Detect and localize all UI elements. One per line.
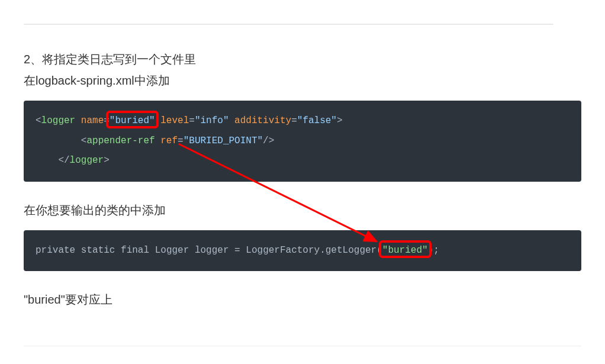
code-punct: <	[81, 136, 87, 146]
code-kw: static	[81, 245, 115, 256]
code-eq: =	[291, 115, 297, 126]
code-sp	[149, 245, 155, 256]
code-indent	[36, 155, 58, 166]
paragraph-1: 2、将指定类日志写到一个文件里 在logback-spring.xml中添加	[24, 49, 581, 91]
code-eq: =	[234, 245, 240, 256]
code-tag: logger	[41, 115, 76, 126]
divider	[24, 346, 581, 346]
code-sp	[240, 245, 246, 256]
code-attr: additivity	[234, 115, 291, 126]
code-indent	[36, 136, 81, 146]
content-wrap: 2、将指定类日志写到一个文件里 在logback-spring.xml中添加 <…	[24, 49, 581, 310]
code-sp	[229, 115, 235, 126]
code-paren: (	[376, 245, 382, 256]
code-sp	[75, 115, 81, 126]
code-eq: =	[104, 115, 110, 126]
code-val-buried: "buried"	[110, 115, 155, 126]
code-punct: >	[104, 155, 110, 166]
code-kw: private	[36, 245, 75, 256]
code-sp	[189, 245, 195, 256]
paragraph-3: "buried"要对应上	[24, 289, 581, 310]
code-block-xml: <logger name="buried" level="info" addit…	[24, 101, 581, 182]
code-eq: =	[178, 136, 184, 146]
code-var: logger	[195, 245, 229, 256]
top-strip	[24, 24, 553, 25]
code-method: getLogger	[326, 245, 376, 256]
code-sp	[229, 245, 235, 256]
code-paren: )	[428, 245, 434, 256]
code-type: LoggerFactory	[246, 245, 320, 256]
code-block-java: private static final Logger logger = Log…	[24, 230, 581, 272]
code-str-buried: "buried"	[382, 245, 428, 256]
code-punct: <	[36, 115, 41, 126]
code-type: Logger	[155, 245, 189, 256]
para1-line1: 2、将指定类日志写到一个文件里	[24, 53, 196, 66]
code-kw: final	[121, 245, 149, 256]
code-val: "BURIED_POINT"	[184, 136, 263, 146]
code-eq: =	[189, 115, 195, 126]
code-val: "false"	[297, 115, 337, 126]
para1-line2: 在logback-spring.xml中添加	[24, 74, 170, 87]
code-attr: name	[81, 115, 104, 126]
code-attr: level	[160, 115, 189, 126]
code-val: "info"	[195, 115, 229, 126]
code-sp	[75, 245, 81, 256]
code-punct: </	[58, 155, 69, 166]
code-sp	[115, 245, 121, 256]
code-tag: logger	[70, 155, 104, 166]
code-punct: >	[337, 115, 343, 126]
code-dot: .	[320, 245, 326, 256]
code-sp	[155, 115, 161, 126]
code-punct: />	[263, 136, 274, 146]
code-attr: ref	[160, 136, 178, 146]
code-sp	[155, 136, 161, 146]
code-tag: appender-ref	[86, 136, 155, 146]
code-semi: ;	[433, 245, 439, 256]
paragraph-2: 在你想要输出的类的中添加	[24, 199, 581, 221]
